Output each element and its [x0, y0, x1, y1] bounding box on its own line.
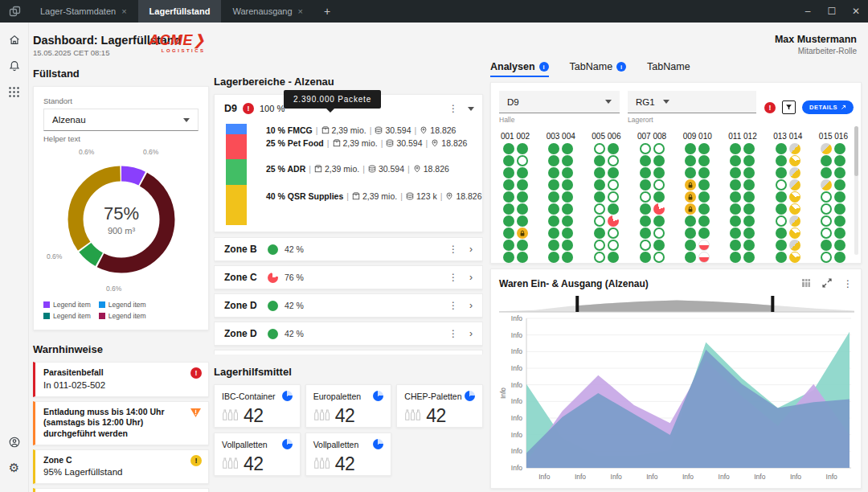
bin-alert-partial[interactable]	[653, 203, 665, 215]
bin-full[interactable]	[730, 179, 741, 191]
bin-full[interactable]	[562, 167, 573, 178]
bin-full[interactable]	[640, 228, 651, 239]
bin-full[interactable]	[562, 228, 573, 239]
user-block[interactable]: Max Mustermann Mitarbeiter-Rolle	[775, 34, 857, 55]
bin-empty[interactable]	[594, 203, 605, 215]
bin-full[interactable]	[776, 240, 787, 251]
bin-alert-partial[interactable]	[608, 215, 619, 227]
bin-empty[interactable]	[821, 228, 832, 239]
bin-empty[interactable]	[594, 215, 605, 227]
bin-full[interactable]	[517, 167, 528, 178]
bin-full[interactable]	[698, 228, 710, 239]
bin-full[interactable]	[640, 167, 651, 178]
bin-full[interactable]	[653, 155, 665, 166]
bin-full[interactable]	[730, 143, 741, 154]
bin-full[interactable]	[685, 155, 696, 166]
zone-row-1[interactable]: Zone C76 %⋮›	[214, 265, 483, 289]
bin-locked[interactable]	[517, 228, 528, 239]
bin-partial-gray[interactable]	[789, 215, 800, 227]
bin-full[interactable]	[834, 191, 845, 203]
bin-full[interactable]	[743, 191, 755, 203]
bin-full[interactable]	[776, 191, 787, 203]
bin-empty[interactable]	[821, 252, 832, 263]
alert-item-1[interactable]: Entladung muss bis 14:00 Uhr (samstags b…	[33, 401, 209, 445]
bin-full[interactable]	[776, 155, 787, 166]
bin-full[interactable]	[834, 179, 845, 191]
brush-handle-left[interactable]	[575, 296, 579, 312]
chevron-right-icon[interactable]: ›	[469, 300, 473, 311]
bin-full[interactable]	[776, 143, 787, 154]
bin-full[interactable]	[653, 215, 665, 227]
storage-aid-card-4[interactable]: Vollpalletten42	[305, 433, 392, 476]
bin-full[interactable]	[730, 167, 741, 178]
analysis-tab-1[interactable]: TabNamei	[570, 61, 627, 76]
bin-locked[interactable]	[685, 179, 696, 191]
bin-full[interactable]	[503, 203, 514, 215]
bin-empty[interactable]	[821, 203, 832, 215]
bin-full[interactable]	[503, 228, 514, 239]
notifications-bell-icon[interactable]	[5, 56, 24, 76]
alert-item-0[interactable]: ParasitenbefallIn 011-025-502!	[33, 362, 209, 397]
titlebar-tab-1[interactable]: Lagerfüllstand	[138, 0, 222, 23]
bin-partial-gray[interactable]	[789, 143, 800, 154]
bin-full[interactable]	[548, 143, 559, 154]
bin-full[interactable]	[834, 240, 845, 251]
bin-partial-gray[interactable]	[789, 179, 800, 191]
bin-full[interactable]	[685, 240, 696, 251]
analysis-tab-2[interactable]: TabName	[647, 61, 690, 76]
bin-empty[interactable]	[608, 240, 619, 251]
bin-full[interactable]	[562, 155, 573, 166]
bin-full[interactable]	[548, 191, 559, 203]
settings-gear-icon[interactable]: ⚙	[5, 458, 24, 478]
titlebar-tab-0[interactable]: Lager-Stammdaten×	[29, 0, 138, 23]
maximize-button[interactable]: ☐	[820, 0, 844, 23]
bin-full[interactable]	[517, 240, 528, 251]
bin-full[interactable]	[608, 252, 619, 263]
bin-full[interactable]	[548, 228, 559, 239]
bin-full[interactable]	[517, 215, 528, 227]
bin-full[interactable]	[698, 167, 710, 178]
bin-full[interactable]	[517, 191, 528, 203]
bin-full[interactable]	[608, 167, 619, 178]
bin-full[interactable]	[743, 228, 755, 239]
bin-full[interactable]	[698, 215, 710, 227]
bin-full[interactable]	[730, 191, 741, 203]
bin-empty[interactable]	[608, 179, 619, 191]
bin-full[interactable]	[685, 252, 696, 263]
bin-full[interactable]	[548, 167, 559, 178]
bin-empty[interactable]	[608, 228, 619, 239]
bin-empty[interactable]	[640, 240, 651, 251]
bin-full[interactable]	[834, 228, 845, 239]
bin-full[interactable]	[776, 228, 787, 239]
zone-row-2[interactable]: Zone D42 %⋮›	[214, 293, 483, 318]
tab-close-icon[interactable]: ×	[298, 6, 303, 16]
bin-full[interactable]	[562, 191, 573, 203]
bin-empty[interactable]	[776, 179, 787, 191]
bin-full[interactable]	[834, 215, 845, 227]
bin-full[interactable]	[730, 252, 741, 263]
bin-full[interactable]	[503, 252, 514, 263]
bin-full[interactable]	[503, 143, 514, 154]
bin-full[interactable]	[503, 179, 514, 191]
storage-aid-card-1[interactable]: Europaletten42	[305, 384, 392, 428]
bin-full[interactable]	[594, 179, 605, 191]
bin-partial-gray[interactable]	[821, 179, 832, 191]
home-icon[interactable]	[5, 31, 24, 50]
bin-empty[interactable]	[653, 143, 665, 154]
bin-full[interactable]	[685, 228, 696, 239]
overflow-menu-icon[interactable]: ⋮	[448, 244, 458, 255]
bin-full[interactable]	[608, 203, 619, 215]
new-tab-button[interactable]: +	[314, 0, 340, 23]
bin-full[interactable]	[698, 179, 710, 191]
alert-item-3[interactable]: Zone C95% Lagerfüllstand!	[33, 488, 209, 492]
bin-full[interactable]	[562, 143, 573, 154]
bin-locked[interactable]	[685, 203, 696, 215]
bin-full[interactable]	[640, 215, 651, 227]
apps-grid-icon[interactable]	[5, 82, 24, 101]
bin-full[interactable]	[640, 155, 651, 166]
chart-menu-icon[interactable]: ⋮	[843, 278, 853, 289]
bin-full[interactable]	[548, 215, 559, 227]
bin-full[interactable]	[653, 191, 665, 203]
bin-full[interactable]	[517, 203, 528, 215]
halle-select[interactable]: D9	[499, 91, 620, 113]
